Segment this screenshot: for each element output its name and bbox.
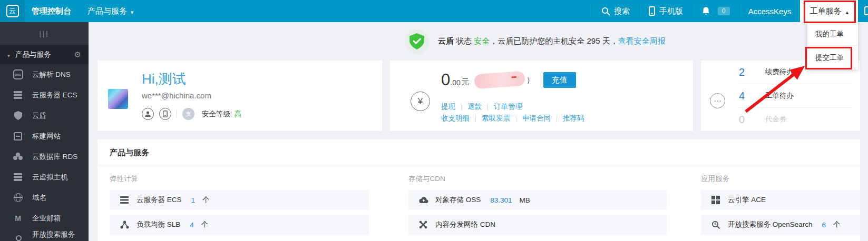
shield-ring bbox=[405, 29, 429, 54]
sidebar-items: 云解析 DNS 云服务器 ECS 云盾 标建网站 云数据库 RDS bbox=[0, 64, 89, 241]
nav-search[interactable]: 搜索 bbox=[592, 0, 639, 22]
security-notice: 云盾 状态 安全，云盾已防护您的主机安全 295 天，查看安全周报 bbox=[89, 22, 868, 61]
mobile-phone-icon bbox=[648, 6, 656, 16]
product-row-oss[interactable]: 对象存储 OSS 83.301 MB bbox=[408, 190, 667, 210]
divider bbox=[177, 110, 177, 118]
database-icon bbox=[13, 152, 23, 162]
column-header: 弹性计算 bbox=[110, 174, 369, 184]
server-icon bbox=[119, 195, 130, 205]
nav-notifications[interactable]: 0 bbox=[693, 0, 739, 22]
todo-rows: 2 续费待办 4 工单待办 0 代金券 bbox=[739, 61, 852, 131]
server-icon bbox=[13, 90, 23, 101]
chevron-down-icon bbox=[131, 7, 134, 16]
product-row-cdn[interactable]: 内容分发网络 CDN bbox=[408, 215, 667, 235]
column-storage-cdn: 存储与CDN 对象存储 OSS 83.301 MB 内容分发网络 CDN bbox=[408, 174, 667, 239]
sidebar-item-opensearch[interactable]: 开放搜索服务 OpenSearch bbox=[0, 228, 89, 241]
product-row-ace[interactable]: 云引擎 ACE bbox=[701, 190, 860, 210]
order-management-link[interactable]: 订单管理 bbox=[494, 102, 522, 112]
console-dashboard: 云 管理控制台 产品与服务 搜索 手机版 bbox=[0, 0, 868, 241]
nav-ticket-service-menu[interactable]: 工单服务 bbox=[800, 0, 858, 22]
alipay-icon[interactable] bbox=[182, 108, 194, 120]
console-logo-icon: 云 bbox=[6, 5, 19, 17]
column-elastic-computing: 弹性计算 云服务器 ECS 1 个 负载均衡 SLB 4 个 bbox=[110, 174, 369, 239]
security-notice-text: 云盾 状态 安全，云盾已防护您的主机安全 295 天，查看安全周报 bbox=[438, 36, 666, 46]
ellipsis-icon bbox=[710, 93, 725, 108]
security-level-value: 高 bbox=[235, 110, 242, 118]
sidebar-item-yundun[interactable]: 云盾 bbox=[0, 105, 89, 126]
avatar[interactable] bbox=[108, 89, 128, 109]
sidebar-item-website-builder[interactable]: 标建网站 bbox=[0, 126, 89, 146]
sidebar-item-domain[interactable]: 域名 bbox=[0, 187, 89, 208]
product-row-ecs[interactable]: 云服务器 ECS 1 个 bbox=[110, 190, 369, 210]
load-balancer-icon bbox=[119, 220, 130, 229]
product-row-slb[interactable]: 负载均衡 SLB 4 个 bbox=[110, 215, 369, 235]
todo-tickets[interactable]: 4 工单待办 bbox=[739, 84, 852, 107]
account-icons-row: 安全等级: 高 bbox=[142, 108, 241, 120]
globe-icon bbox=[13, 193, 23, 203]
invoice-link[interactable]: 索取发票 bbox=[482, 114, 510, 123]
nav-console-title[interactable]: 管理控制台 bbox=[25, 0, 79, 22]
balance-decimal: .00 bbox=[450, 78, 460, 89]
refund-link[interactable]: 退款 bbox=[467, 102, 482, 112]
transactions-link[interactable]: 收支明细 bbox=[441, 114, 470, 123]
withdraw-link[interactable]: 提现 bbox=[441, 102, 455, 112]
sidebar-item-rds[interactable]: 云数据库 RDS bbox=[0, 146, 89, 167]
yuan-icon bbox=[411, 92, 430, 111]
sidebar-item-enterprise-mail[interactable]: 企业邮箱 bbox=[0, 208, 89, 228]
column-app-services: 应用服务 云引擎 ACE 开放搜索服务 OpenSearch 6 个 bbox=[701, 174, 860, 239]
search-icon bbox=[601, 7, 610, 16]
partial-nav-icon bbox=[864, 6, 868, 15]
contract-link[interactable]: 申请合同 bbox=[522, 114, 551, 123]
balance-links-row1: 提现 退款 订单管理 bbox=[441, 102, 522, 112]
products-panel: 产品与服务 弹性计算 云服务器 ECS 1 个 负载均衡 SL bbox=[97, 139, 860, 241]
redacted-area bbox=[474, 71, 525, 89]
balance-row: 0 .00 元 ） 充值 bbox=[441, 71, 576, 89]
todo-vouchers[interactable]: 0 代金券 bbox=[739, 107, 852, 131]
column-header: 应用服务 bbox=[701, 174, 860, 184]
products-panel-title: 产品与服务 bbox=[110, 148, 149, 157]
account-card: Hi,测试 we***@hichina.com 安全等级: 高 bbox=[97, 61, 382, 131]
nav-accesskeys[interactable]: AccessKeys bbox=[739, 0, 801, 22]
search-icon bbox=[710, 220, 721, 229]
cdn-network-icon bbox=[418, 220, 428, 229]
aliyun-logo[interactable]: 云 bbox=[0, 0, 25, 22]
host-icon bbox=[13, 172, 23, 183]
security-status: 安全 bbox=[474, 36, 490, 45]
person-icon[interactable] bbox=[142, 108, 154, 120]
top-nav-bar: 云 管理控制台 产品与服务 搜索 手机版 bbox=[0, 0, 868, 22]
topbar-spacer bbox=[143, 0, 592, 22]
product-row-opensearch[interactable]: 开放搜索服务 OpenSearch 6 个 bbox=[701, 215, 860, 235]
shield-icon bbox=[13, 111, 23, 121]
greeting: Hi,测试 bbox=[142, 70, 186, 88]
blocks-icon bbox=[710, 195, 721, 205]
balance-links-row2: 收支明细 索取发票 申请合同 推荐码 bbox=[441, 114, 584, 123]
sidebar-item-virtual-host[interactable]: 云虚拟主机 bbox=[0, 167, 89, 187]
mail-icon bbox=[13, 213, 23, 224]
bell-icon bbox=[701, 6, 710, 16]
nav-products-menu[interactable]: 产品与服务 bbox=[79, 0, 143, 22]
search-icon bbox=[13, 234, 23, 241]
main-content: 云盾 状态 安全，云盾已防护您的主机安全 295 天，查看安全周报 Hi,测试 … bbox=[89, 22, 868, 241]
security-report-link[interactable]: 查看安全周报 bbox=[618, 36, 666, 45]
recharge-button[interactable]: 充值 bbox=[543, 72, 576, 88]
menu-item-my-tickets[interactable]: 我的工单 bbox=[807, 22, 858, 46]
account-email: we***@hichina.com bbox=[142, 91, 211, 100]
sidebar-item-ecs[interactable]: 云服务器 ECS bbox=[0, 85, 89, 105]
cloud-storage-icon bbox=[418, 195, 428, 205]
sidebar-collapse-handle[interactable] bbox=[0, 22, 89, 45]
ticket-service-dropdown: 我的工单 提交工单 bbox=[807, 22, 858, 69]
sidebar-section-products[interactable]: 产品与服务 bbox=[0, 45, 89, 64]
notification-count-badge: 0 bbox=[718, 7, 730, 15]
column-header: 存储与CDN bbox=[408, 174, 667, 184]
balance-integer: 0 bbox=[441, 71, 450, 89]
dns-icon bbox=[13, 69, 23, 80]
referral-code-link[interactable]: 推荐码 bbox=[563, 114, 584, 123]
chevron-up-icon bbox=[845, 7, 849, 16]
menu-item-submit-ticket[interactable]: 提交工单 bbox=[807, 46, 858, 69]
summary-cards: Hi,测试 we***@hichina.com 安全等级: 高 bbox=[97, 61, 860, 131]
sidebar-item-dns[interactable]: 云解析 DNS bbox=[0, 64, 89, 85]
gear-icon[interactable] bbox=[74, 50, 81, 59]
nav-mobile-version[interactable]: 手机版 bbox=[639, 0, 692, 22]
website-icon bbox=[13, 131, 23, 142]
phone-icon[interactable] bbox=[159, 108, 171, 120]
